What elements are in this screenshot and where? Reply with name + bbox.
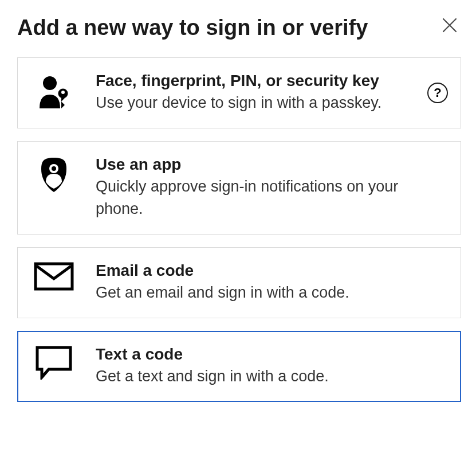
add-signin-dialog: Add a new way to sign in or verify Face,… <box>0 0 476 449</box>
option-text-col: Face, fingerprint, PIN, or security key … <box>96 71 447 114</box>
option-desc: Quickly approve sign-in notifications on… <box>96 175 415 220</box>
option-desc: Use your device to sign in with a passke… <box>96 92 415 114</box>
option-title: Face, fingerprint, PIN, or security key <box>96 71 415 91</box>
option-app[interactable]: Use an app Quickly approve sign-in notif… <box>17 141 461 235</box>
option-title: Use an app <box>96 154 415 174</box>
option-text-col: Email a code Get an email and sign in wi… <box>96 260 447 304</box>
text-message-icon <box>35 345 73 380</box>
option-text-col: Text a code Get a text and sign in with … <box>96 344 447 388</box>
dialog-header: Add a new way to sign in or verify <box>17 15 461 41</box>
svg-point-0 <box>43 76 57 90</box>
option-title: Email a code <box>96 260 415 280</box>
options-list: Face, fingerprint, PIN, or security key … <box>17 57 461 403</box>
option-icon-col <box>32 154 76 196</box>
option-desc: Get an email and sign in with a code. <box>96 282 415 304</box>
option-icon-col <box>32 71 76 114</box>
option-icon-col <box>32 260 76 291</box>
passkey-icon <box>33 72 75 114</box>
option-text-col: Use an app Quickly approve sign-in notif… <box>96 154 447 220</box>
dialog-title: Add a new way to sign in or verify <box>17 15 368 41</box>
option-passkey[interactable]: Face, fingerprint, PIN, or security key … <box>17 57 461 128</box>
option-desc: Get a text and sign in with a code. <box>96 365 415 388</box>
option-title: Text a code <box>96 344 415 364</box>
svg-point-4 <box>52 166 56 171</box>
option-email[interactable]: Email a code Get an email and sign in wi… <box>17 247 461 318</box>
authenticator-app-icon <box>38 155 70 196</box>
option-icon-col <box>32 344 76 380</box>
help-button[interactable]: ? <box>427 83 448 103</box>
help-icon: ? <box>434 85 441 100</box>
close-button[interactable] <box>438 14 461 37</box>
svg-point-2 <box>61 91 65 94</box>
email-icon <box>33 261 74 291</box>
close-icon <box>442 18 457 33</box>
option-text-code[interactable]: Text a code Get a text and sign in with … <box>17 331 461 402</box>
